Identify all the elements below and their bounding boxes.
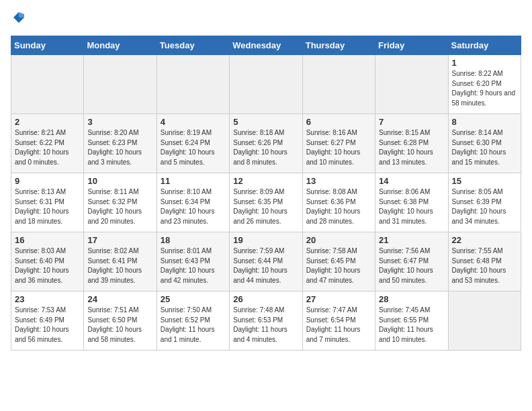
day-number: 11 bbox=[161, 176, 226, 186]
calendar-header-row: SundayMondayTuesdayWednesdayThursdayFrid… bbox=[11, 36, 521, 55]
calendar-day-cell bbox=[11, 55, 84, 114]
logo-icon bbox=[12, 11, 26, 24]
calendar-day-cell: 4Sunrise: 8:19 AM Sunset: 6:24 PM Daylig… bbox=[157, 114, 229, 173]
day-info: Sunrise: 7:58 AM Sunset: 6:45 PM Dayligh… bbox=[306, 246, 371, 285]
day-number: 17 bbox=[87, 235, 152, 245]
calendar-day-cell: 9Sunrise: 8:13 AM Sunset: 6:31 PM Daylig… bbox=[11, 173, 84, 232]
calendar-day-cell: 10Sunrise: 8:11 AM Sunset: 6:32 PM Dayli… bbox=[84, 173, 157, 232]
day-info: Sunrise: 8:19 AM Sunset: 6:24 PM Dayligh… bbox=[161, 128, 226, 167]
calendar-day-cell: 6Sunrise: 8:16 AM Sunset: 6:27 PM Daylig… bbox=[302, 114, 375, 173]
calendar-day-cell bbox=[230, 55, 302, 114]
day-info: Sunrise: 7:56 AM Sunset: 6:47 PM Dayligh… bbox=[379, 246, 444, 285]
calendar-week-row: 1Sunrise: 8:22 AM Sunset: 6:20 PM Daylig… bbox=[11, 55, 521, 114]
calendar-day-cell bbox=[157, 55, 229, 114]
day-number: 14 bbox=[379, 176, 444, 186]
day-number: 23 bbox=[15, 294, 80, 304]
day-number: 25 bbox=[161, 294, 226, 304]
day-info: Sunrise: 8:06 AM Sunset: 6:38 PM Dayligh… bbox=[379, 187, 444, 226]
day-info: Sunrise: 8:10 AM Sunset: 6:34 PM Dayligh… bbox=[161, 187, 226, 226]
day-header-sunday: Sunday bbox=[11, 36, 84, 55]
day-number: 21 bbox=[379, 235, 444, 245]
calendar-day-cell: 25Sunrise: 7:50 AM Sunset: 6:52 PM Dayli… bbox=[157, 291, 229, 351]
day-number: 10 bbox=[87, 176, 152, 186]
day-number: 20 bbox=[306, 235, 371, 245]
day-header-wednesday: Wednesday bbox=[230, 36, 302, 55]
calendar-week-row: 23Sunrise: 7:53 AM Sunset: 6:49 PM Dayli… bbox=[11, 291, 521, 351]
calendar-week-row: 16Sunrise: 8:03 AM Sunset: 6:40 PM Dayli… bbox=[11, 232, 521, 291]
calendar-table: SundayMondayTuesdayWednesdayThursdayFrid… bbox=[11, 36, 521, 351]
calendar-week-row: 9Sunrise: 8:13 AM Sunset: 6:31 PM Daylig… bbox=[11, 173, 521, 232]
calendar-day-cell: 11Sunrise: 8:10 AM Sunset: 6:34 PM Dayli… bbox=[157, 173, 229, 232]
calendar-day-cell: 28Sunrise: 7:45 AM Sunset: 6:55 PM Dayli… bbox=[375, 291, 448, 351]
day-info: Sunrise: 8:18 AM Sunset: 6:26 PM Dayligh… bbox=[233, 128, 298, 167]
day-number: 24 bbox=[87, 294, 152, 304]
day-info: Sunrise: 8:01 AM Sunset: 6:43 PM Dayligh… bbox=[161, 246, 226, 285]
day-number: 1 bbox=[452, 58, 517, 68]
day-number: 19 bbox=[233, 235, 298, 245]
calendar-day-cell bbox=[448, 291, 521, 351]
day-header-monday: Monday bbox=[84, 36, 157, 55]
day-info: Sunrise: 7:45 AM Sunset: 6:55 PM Dayligh… bbox=[379, 306, 444, 345]
day-number: 26 bbox=[233, 294, 298, 304]
day-header-thursday: Thursday bbox=[302, 36, 375, 55]
calendar-day-cell: 20Sunrise: 7:58 AM Sunset: 6:45 PM Dayli… bbox=[302, 232, 375, 291]
day-header-saturday: Saturday bbox=[448, 36, 521, 55]
day-number: 8 bbox=[452, 117, 517, 127]
day-number: 22 bbox=[452, 235, 517, 245]
day-info: Sunrise: 8:08 AM Sunset: 6:36 PM Dayligh… bbox=[306, 187, 371, 226]
calendar-day-cell: 2Sunrise: 8:21 AM Sunset: 6:22 PM Daylig… bbox=[11, 114, 84, 173]
day-info: Sunrise: 8:02 AM Sunset: 6:41 PM Dayligh… bbox=[87, 246, 152, 285]
day-header-friday: Friday bbox=[375, 36, 448, 55]
calendar-day-cell: 26Sunrise: 7:48 AM Sunset: 6:53 PM Dayli… bbox=[230, 291, 302, 351]
calendar-day-cell: 16Sunrise: 8:03 AM Sunset: 6:40 PM Dayli… bbox=[11, 232, 84, 291]
day-info: Sunrise: 8:16 AM Sunset: 6:27 PM Dayligh… bbox=[306, 128, 371, 167]
calendar-day-cell: 24Sunrise: 7:51 AM Sunset: 6:50 PM Dayli… bbox=[84, 291, 157, 351]
calendar-week-row: 2Sunrise: 8:21 AM Sunset: 6:22 PM Daylig… bbox=[11, 114, 521, 173]
day-number: 15 bbox=[452, 176, 517, 186]
calendar-day-cell bbox=[302, 55, 375, 114]
calendar-day-cell: 19Sunrise: 7:59 AM Sunset: 6:44 PM Dayli… bbox=[230, 232, 302, 291]
day-number: 13 bbox=[306, 176, 371, 186]
day-number: 16 bbox=[15, 235, 80, 245]
day-info: Sunrise: 7:53 AM Sunset: 6:49 PM Dayligh… bbox=[15, 306, 80, 345]
day-info: Sunrise: 7:50 AM Sunset: 6:52 PM Dayligh… bbox=[161, 306, 226, 345]
calendar-day-cell: 13Sunrise: 8:08 AM Sunset: 6:36 PM Dayli… bbox=[302, 173, 375, 232]
day-info: Sunrise: 8:13 AM Sunset: 6:31 PM Dayligh… bbox=[15, 187, 80, 226]
calendar-day-cell: 14Sunrise: 8:06 AM Sunset: 6:38 PM Dayli… bbox=[375, 173, 448, 232]
day-info: Sunrise: 8:03 AM Sunset: 6:40 PM Dayligh… bbox=[15, 246, 80, 285]
logo bbox=[11, 11, 26, 28]
day-number: 27 bbox=[306, 294, 371, 304]
day-number: 2 bbox=[15, 117, 80, 127]
day-info: Sunrise: 8:21 AM Sunset: 6:22 PM Dayligh… bbox=[15, 128, 80, 167]
calendar-day-cell: 1Sunrise: 8:22 AM Sunset: 6:20 PM Daylig… bbox=[448, 55, 521, 114]
calendar-day-cell: 22Sunrise: 7:55 AM Sunset: 6:48 PM Dayli… bbox=[448, 232, 521, 291]
calendar-day-cell: 17Sunrise: 8:02 AM Sunset: 6:41 PM Dayli… bbox=[84, 232, 157, 291]
day-info: Sunrise: 8:22 AM Sunset: 6:20 PM Dayligh… bbox=[452, 69, 517, 108]
day-header-tuesday: Tuesday bbox=[157, 36, 229, 55]
page-header bbox=[11, 11, 521, 28]
day-number: 9 bbox=[15, 176, 80, 186]
calendar-day-cell: 21Sunrise: 7:56 AM Sunset: 6:47 PM Dayli… bbox=[375, 232, 448, 291]
day-info: Sunrise: 7:47 AM Sunset: 6:54 PM Dayligh… bbox=[306, 306, 371, 345]
day-info: Sunrise: 7:48 AM Sunset: 6:53 PM Dayligh… bbox=[233, 306, 298, 345]
day-number: 5 bbox=[233, 117, 298, 127]
day-info: Sunrise: 7:51 AM Sunset: 6:50 PM Dayligh… bbox=[87, 306, 152, 345]
svg-marker-1 bbox=[19, 12, 24, 17]
day-number: 12 bbox=[233, 176, 298, 186]
day-number: 28 bbox=[379, 294, 444, 304]
calendar-day-cell: 8Sunrise: 8:14 AM Sunset: 6:30 PM Daylig… bbox=[448, 114, 521, 173]
day-info: Sunrise: 8:11 AM Sunset: 6:32 PM Dayligh… bbox=[87, 187, 152, 226]
day-number: 7 bbox=[379, 117, 444, 127]
calendar-day-cell: 27Sunrise: 7:47 AM Sunset: 6:54 PM Dayli… bbox=[302, 291, 375, 351]
day-info: Sunrise: 8:05 AM Sunset: 6:39 PM Dayligh… bbox=[452, 187, 517, 226]
calendar-day-cell: 23Sunrise: 7:53 AM Sunset: 6:49 PM Dayli… bbox=[11, 291, 84, 351]
day-info: Sunrise: 8:20 AM Sunset: 6:23 PM Dayligh… bbox=[87, 128, 152, 167]
day-number: 3 bbox=[87, 117, 152, 127]
day-info: Sunrise: 7:59 AM Sunset: 6:44 PM Dayligh… bbox=[233, 246, 298, 285]
calendar-day-cell: 3Sunrise: 8:20 AM Sunset: 6:23 PM Daylig… bbox=[84, 114, 157, 173]
calendar-day-cell: 15Sunrise: 8:05 AM Sunset: 6:39 PM Dayli… bbox=[448, 173, 521, 232]
day-info: Sunrise: 7:55 AM Sunset: 6:48 PM Dayligh… bbox=[452, 246, 517, 285]
day-number: 6 bbox=[306, 117, 371, 127]
day-info: Sunrise: 8:09 AM Sunset: 6:35 PM Dayligh… bbox=[233, 187, 298, 226]
day-number: 4 bbox=[161, 117, 226, 127]
